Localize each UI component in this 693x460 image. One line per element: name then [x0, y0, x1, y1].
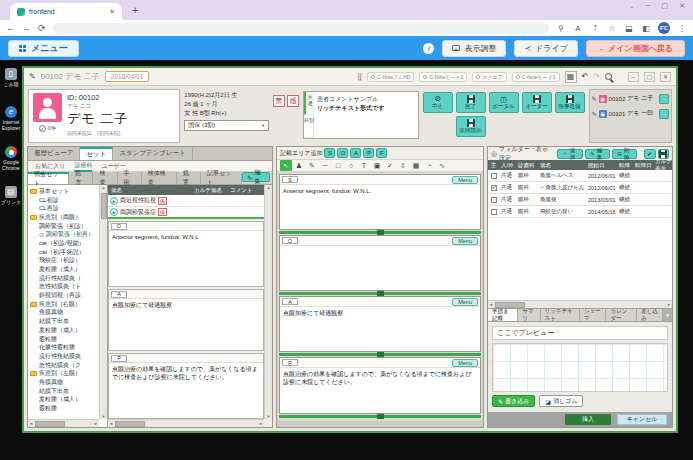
disease-row[interactable]: 共通 眼科 飛蚊症の疑い 2014/05/16 継続 [488, 206, 672, 218]
stamp-tool-icon[interactable]: ♟ [293, 160, 305, 171]
forward-icon[interactable]: → [22, 24, 31, 33]
filter-delete-button[interactable]: ⊟削除 [612, 149, 637, 159]
window-minimize-icon[interactable]: ─ [646, 2, 651, 10]
karte-section-o[interactable]: OMenu [279, 235, 481, 291]
tree-folder[interactable]: 疾患別（両眼） [30, 213, 98, 222]
set-disease-row[interactable]: ▸ 両調節緊張症 病 [108, 207, 264, 219]
section-menu-button[interactable]: Menu [452, 237, 478, 245]
redo-icon[interactable]: ↷ [593, 72, 600, 81]
window-maximize-icon[interactable]: ▢ [662, 2, 669, 10]
tab-overflow-dropdown[interactable]: ▼ [663, 309, 672, 321]
tree-item[interactable]: 霰粒腫 [30, 335, 98, 344]
karte-section-s[interactable]: SMenu Anterior segment, fundus: W.N.L. [279, 174, 481, 230]
next-instruction-button[interactable]: 次回指示 [456, 116, 486, 137]
tree-item[interactable]: 麦粒腫（成人） [30, 265, 98, 274]
section-menu-button[interactable]: Menu [452, 298, 478, 306]
write-button[interactable]: ✎書き込み [492, 395, 535, 407]
eraser-button[interactable]: ◪消しゴム [539, 395, 583, 407]
karte-section-p[interactable]: PMenu 点眼治療の効果を確認しますので、薬がなくなる頃までに検査および診察に… [279, 357, 481, 414]
table-horizontal-scrollbar[interactable]: ◄► [488, 300, 672, 308]
zoom-icon[interactable] [605, 73, 612, 80]
table-tool-icon[interactable]: ▦ [410, 160, 422, 171]
app-maximize-icon[interactable]: ▢ [644, 72, 655, 82]
portal-button[interactable]: ◫ポータル [489, 92, 519, 113]
line-tool-icon[interactable]: ─ [319, 160, 331, 171]
row-marker-icon[interactable]: ▸ [110, 208, 118, 216]
main-checkbox[interactable] [491, 197, 497, 203]
pen-tool-icon[interactable]: ✎ [306, 160, 318, 171]
scroll-thumb[interactable] [115, 421, 145, 427]
section-text[interactable]: 点眼加療にて経過観察 [280, 307, 480, 351]
tree-item[interactable]: 流行性結膜炎（ [30, 274, 98, 283]
scroll-thumb[interactable] [101, 193, 107, 219]
tab-handwriting[interactable]: 手描き記載 [488, 309, 518, 321]
preview-horizontal-scrollbar[interactable]: ◄► [108, 419, 264, 427]
section-resize-handle[interactable] [279, 414, 481, 419]
tree-item[interactable]: 角膜異物 [30, 309, 98, 318]
tree-item[interactable]: 飛蚊症（初診） [30, 257, 98, 266]
menu-button[interactable]: メニュー [8, 40, 79, 57]
profile-chevron-icon[interactable]: ⌄ [629, 2, 635, 10]
tree-folder[interactable]: 疾患別（右眼） [30, 300, 98, 309]
complete-button[interactable]: 完了 [456, 92, 486, 113]
clock-tool-icon[interactable]: ◔ [423, 160, 435, 171]
tab-article-set[interactable]: 記事セット [201, 172, 242, 184]
browser-menu-icon[interactable]: ⋮ [677, 23, 687, 33]
main-checkbox[interactable]: ✔ [491, 185, 497, 191]
share-icon[interactable]: ⤴ [590, 23, 600, 33]
bookmark-star-icon[interactable]: ☆ [607, 23, 617, 33]
disease-row[interactable]: ✔ 共通 眼科 ✓角膜上皮びらん 2012/06/01 継続 [488, 182, 672, 194]
disease-row[interactable]: 共通 眼科 角膜炎 2013/03/01 継続 [488, 194, 672, 206]
patient-list-item[interactable]: ✎ ▣ 00102 デモ 二子 → [592, 92, 669, 105]
comment-tab-dept[interactable]: 科別 [304, 115, 314, 138]
import-tool-icon[interactable]: ⇩ [397, 160, 409, 171]
app-minimize-icon[interactable]: ─ [628, 72, 639, 82]
tab-richtext[interactable]: リッチテキスト [541, 309, 581, 321]
tree-item[interactable]: cat（初/手術説） [30, 248, 98, 257]
tree-item[interactable]: 流行性角結膜炎 [30, 352, 98, 361]
scroll-thumb[interactable] [495, 302, 525, 308]
tree-item[interactable]: cat（初診/視能） [30, 239, 98, 248]
insert-button[interactable]: 挿入 [565, 414, 611, 425]
wave-tool-icon[interactable]: ∿ [436, 160, 448, 171]
set-disease-row[interactable]: ▸ 両近視性乱視 病 [108, 195, 264, 207]
tab-close-icon[interactable]: ✕ [109, 8, 115, 16]
tree-item-selected[interactable]: ⊙調節緊張（初再） [30, 230, 98, 239]
section-text[interactable] [280, 246, 480, 290]
layout-grid-button[interactable]: ▦ [565, 71, 577, 83]
app-close-icon[interactable]: ✕ [660, 72, 671, 82]
tab-set[interactable]: セット [80, 147, 113, 160]
view-mode-fullhd[interactable]: C-NoteフルHD [367, 72, 414, 82]
tab-insert[interactable]: 差し込み [637, 309, 663, 321]
profile-avatar[interactable]: FC [658, 22, 670, 34]
cursor-tool-icon[interactable]: ↖ [280, 160, 292, 171]
dots-grid-icon[interactable]: ⣿ [357, 73, 362, 81]
cancel-button[interactable]: ⊘中止 [423, 92, 453, 113]
tab-summary[interactable]: サマリ [518, 309, 540, 321]
open-patient-arrow[interactable]: → [659, 109, 669, 119]
back-to-main-button[interactable]: ← メイン画面へ戻る [586, 40, 685, 57]
back-icon[interactable]: ← [6, 24, 15, 33]
circle-tool-icon[interactable]: ○ [345, 160, 357, 171]
drive-button[interactable]: ≺ ドライブ [514, 40, 577, 57]
add-s-button[interactable]: S [324, 148, 335, 158]
add-o-button[interactable]: O [337, 148, 348, 158]
reload-icon[interactable]: ⟳ [38, 24, 46, 33]
tree-item[interactable]: 霰粒腫 [30, 404, 98, 413]
section-menu-button[interactable]: Menu [452, 176, 478, 184]
row-marker-icon[interactable]: ▸ [110, 197, 118, 205]
view-mode-square[interactable]: スクエア [472, 72, 506, 82]
view-mode-2[interactable]: C-Noteモード2 [419, 72, 467, 82]
tab-history-viewer[interactable]: 履歴ビューア [28, 147, 80, 160]
view-mode-1[interactable]: C-Noteモード1 [512, 72, 560, 82]
desktop-icon-recycle-bin[interactable]: ▯ ごみ箱 [0, 68, 22, 87]
main-checkbox[interactable] [491, 173, 497, 179]
tree-item[interactable]: 結膜下出血 [30, 387, 98, 396]
add-f-button[interactable]: F [376, 148, 387, 158]
undo-icon[interactable]: ↶ [582, 72, 589, 81]
tab-exam[interactable]: 検査 [93, 172, 117, 184]
split-screen-icon[interactable]: ◧ [641, 23, 651, 33]
rectangle-tool-icon[interactable]: □ [332, 160, 344, 171]
new-tab-button[interactable]: + [132, 4, 138, 16]
add-a-button[interactable]: A [350, 148, 361, 158]
